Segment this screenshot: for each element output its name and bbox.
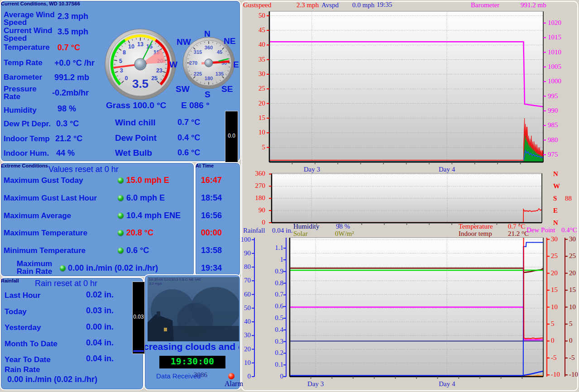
chart-header-item: 0.4°C: [561, 226, 577, 234]
charts-canvas[interactable]: [241, 0, 579, 392]
alarm-label: Alarm: [225, 380, 243, 388]
compass-label-se: SE: [221, 84, 233, 94]
row-label: Indoor Temp: [4, 135, 62, 143]
chart-header-item: 0.0 mph: [352, 1, 374, 9]
x-axis-day-label: Day 4: [439, 166, 455, 173]
temp-tick-label: 10: [551, 303, 568, 311]
temp-tick-label: 5: [551, 320, 568, 328]
clock-time: 19:30:00: [171, 356, 214, 367]
rain-tick-label: 0.1: [264, 361, 283, 368]
current-direction-value: 88: [565, 195, 572, 202]
svg-text:360: 360: [205, 45, 213, 50]
webcam-image[interactable]: 19:30:00 12/23/13 0.6 C NE 046 3.0 mph: [148, 277, 239, 341]
extreme-value: 15.0 mph E: [126, 176, 169, 185]
chart-header-item: 0.7 °C: [508, 223, 526, 230]
hum-tick-label: 10: [232, 359, 251, 367]
baro-tick-label: 1005: [548, 63, 570, 71]
rain-label: Yesterday: [5, 324, 41, 331]
row-value: 21.2 °C: [55, 134, 82, 143]
data-received-count: 3086: [194, 371, 207, 379]
x-axis-day-label: Day 3: [307, 380, 324, 388]
rain-value: 0.04 in.: [86, 354, 114, 363]
extreme-time: 16:47: [201, 176, 222, 185]
baro-tick-label: 1015: [548, 33, 570, 41]
row-label: Temperature: [4, 43, 62, 51]
indoor-tick-label: 30: [569, 235, 579, 243]
direction-letter: N: [553, 219, 558, 227]
svg-text:5: 5: [119, 58, 122, 64]
extreme-value: 10.4 mph ENE: [126, 211, 181, 220]
svg-text:10: 10: [128, 43, 134, 50]
solar-bar-value: 0.0: [225, 133, 238, 139]
svg-text:0: 0: [124, 75, 128, 81]
extreme-label: Maximum Temperature: [4, 229, 87, 237]
indoor-tick-label: 0: [569, 337, 579, 344]
extreme-time: 13:58: [201, 246, 222, 255]
row-label: Dew Pt Depr.: [4, 120, 62, 128]
rainfall-panel: Rainfall Rain reset at 0 hr Last Hour 0.…: [0, 277, 144, 390]
rain-rate-value: 0.00 in./min (0.02 in./hr): [7, 375, 97, 384]
rain-tick-label: 0.8: [264, 279, 283, 287]
panel-title: Current Conditions, WD 10.37S66: [1, 1, 80, 6]
rain-label: Month To Date: [5, 340, 57, 348]
compass-label-e: E: [233, 60, 239, 70]
extreme-time: 00:00: [201, 228, 222, 238]
svg-text:23: 23: [156, 67, 163, 74]
row-label: Indoor Hum.: [4, 149, 62, 157]
speed-tick-label: 10: [244, 129, 265, 136]
derived-value: 0.7 °C: [177, 118, 200, 127]
panel-title: Extreme Conditions: [1, 163, 48, 168]
svg-text:315: 315: [194, 49, 202, 55]
chart-header-item: Barometer: [471, 1, 499, 9]
dir-tick-label: 180: [245, 194, 265, 202]
rain-label: Today: [5, 308, 27, 316]
current-conditions-panel: Current Conditions, WD 10.37S66 Average …: [0, 0, 241, 162]
direction-letter: W: [553, 182, 560, 190]
chart-header-item: Humidity: [293, 223, 320, 230]
indoor-tick-label: -10: [569, 371, 579, 378]
rain-value: 0.00 in.: [86, 322, 114, 332]
hum-tick-label: 70: [232, 277, 251, 284]
svg-text:3: 3: [120, 67, 123, 74]
reset-note: Values reset at 0 hr: [48, 166, 153, 173]
chart-header-item: 0.04 in.: [272, 227, 292, 234]
webcam-overlay-line1: 19:30:00 12/23/13 0.6 C NE 046: [149, 277, 201, 282]
svg-text:13: 13: [137, 41, 144, 48]
chart-header-item: Rainfall: [243, 227, 265, 234]
rain-tick-label: 1.1: [264, 244, 283, 252]
hum-tick-label: 50: [232, 304, 251, 312]
chart-header-item: Dew Point: [526, 226, 555, 234]
hum-tick-label: 60: [232, 291, 251, 298]
dir-tick-label: 0: [245, 219, 265, 226]
temp-tick-label: 15: [551, 286, 568, 294]
svg-text:180: 180: [205, 76, 213, 81]
row-label: Temp Rate: [4, 59, 57, 67]
speed-tick-label: 50: [244, 12, 265, 19]
gauge-value-label: 3.5: [132, 77, 148, 91]
svg-text:8: 8: [123, 49, 126, 56]
derived-value: 0.6 °C: [177, 148, 200, 158]
forecast-ticker: creasing clouds and c: [145, 341, 239, 353]
row-label: Pressure Rate: [4, 85, 49, 100]
hum-tick-label: 80: [232, 263, 251, 271]
temp-tick-label: 20: [551, 269, 568, 277]
solar-bar: 0.0: [225, 111, 238, 163]
chart-header-item: Gustspeed: [243, 1, 272, 9]
row-label: Barometer: [4, 73, 57, 81]
rain-value: 0.04 in.: [86, 338, 114, 348]
extreme-value: 20.8 °C: [126, 228, 153, 238]
rain-label: Year To Date: [5, 356, 51, 363]
rain-tick-label: 0.4: [264, 326, 283, 334]
rain-value: 0.02 in.: [86, 290, 114, 300]
row-value: 2.3 mph: [57, 12, 88, 21]
dir-tick-label: 90: [245, 206, 265, 214]
indoor-tick-label: -5: [569, 354, 579, 362]
compass-label-n: N: [204, 29, 211, 39]
chart-header-item: Indoor temp: [459, 230, 492, 238]
extreme-label: Minimum Temperature: [4, 247, 86, 254]
indoor-tick-label: 25: [569, 252, 579, 260]
temp-tick-label: -5: [551, 354, 568, 362]
row-label: Average Wind Speed: [4, 11, 57, 26]
indoor-tick-label: 10: [569, 303, 579, 311]
extreme-label: Maximum Rain Rate: [10, 260, 59, 275]
